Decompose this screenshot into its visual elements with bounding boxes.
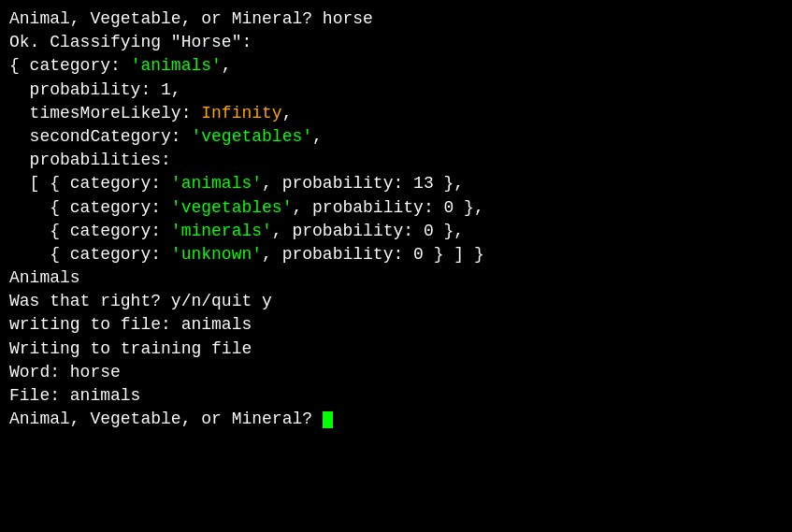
text: Was that right? y/n/quit y (9, 292, 272, 310)
terminal-line-18: Animal, Vegetable, or Mineral? (9, 408, 783, 431)
text: [ { category: (9, 174, 171, 193)
terminal-line-16: Word: horse (9, 361, 783, 384)
text: Ok. Classifying "Horse": (9, 33, 252, 51)
terminal-line-13: Was that right? y/n/quit y (9, 290, 783, 313)
terminal-line-2: Ok. Classifying "Horse": (9, 31, 783, 54)
terminal-line-3: { category: 'animals', (9, 54, 783, 78)
text: probabilities: (9, 151, 171, 169)
terminal-line-12: Animals (9, 266, 783, 290)
terminal-line-8: [ { category: 'animals', probability: 13… (9, 172, 783, 195)
text: Animal, Vegetable, or Mineral? horse (9, 9, 373, 28)
text: , (312, 127, 323, 146)
text-green: 'animals' (131, 56, 222, 75)
prompt-text: Animal, Vegetable, or Mineral? (9, 410, 323, 428)
terminal-line-4: probability: 1, (9, 79, 783, 102)
terminal-line-5: timesMoreLikely: Infinity, (9, 102, 783, 125)
text: { category: (9, 198, 171, 217)
terminal-line-17: File: animals (9, 384, 783, 408)
terminal-line-1: Animal, Vegetable, or Mineral? horse (9, 7, 783, 31)
text: Writing to training file (9, 339, 252, 358)
terminal-line-10: { category: 'minerals', probability: 0 }… (9, 220, 783, 243)
text: probability: 1, (9, 80, 181, 99)
text-orange: Infinity (201, 104, 281, 122)
terminal: Animal, Vegetable, or Mineral? horse Ok.… (9, 7, 783, 431)
terminal-cursor (323, 411, 333, 428)
text: , probability: 0 }, (292, 198, 483, 217)
text: { category: (9, 56, 131, 75)
text: { category: (9, 245, 171, 264)
text: { category: (9, 222, 171, 240)
text: secondCategory: (9, 127, 191, 146)
text: , (282, 104, 293, 122)
terminal-line-15: Writing to training file (9, 338, 783, 361)
terminal-line-11: { category: 'unknown', probability: 0 } … (9, 243, 783, 266)
text: , probability: 13 }, (262, 174, 464, 193)
text-green: 'vegetables' (171, 198, 293, 217)
text-green: 'unknown' (171, 245, 262, 264)
text: , probability: 0 } ] } (262, 245, 484, 264)
text: writing to file: animals (9, 315, 252, 334)
terminal-line-9: { category: 'vegetables', probability: 0… (9, 196, 783, 220)
terminal-line-6: secondCategory: 'vegetables', (9, 125, 783, 149)
terminal-line-7: probabilities: (9, 149, 783, 172)
text: Animals (9, 268, 80, 287)
text-green: 'animals' (171, 174, 262, 193)
text: , (222, 56, 232, 75)
terminal-line-14: writing to file: animals (9, 313, 783, 337)
text: , probability: 0 }, (272, 222, 464, 240)
text: Word: horse (9, 363, 121, 381)
text-green: 'minerals' (171, 222, 272, 240)
text-green: 'vegetables' (191, 127, 312, 146)
text: File: animals (9, 386, 140, 405)
text: timesMoreLikely: (9, 104, 201, 122)
